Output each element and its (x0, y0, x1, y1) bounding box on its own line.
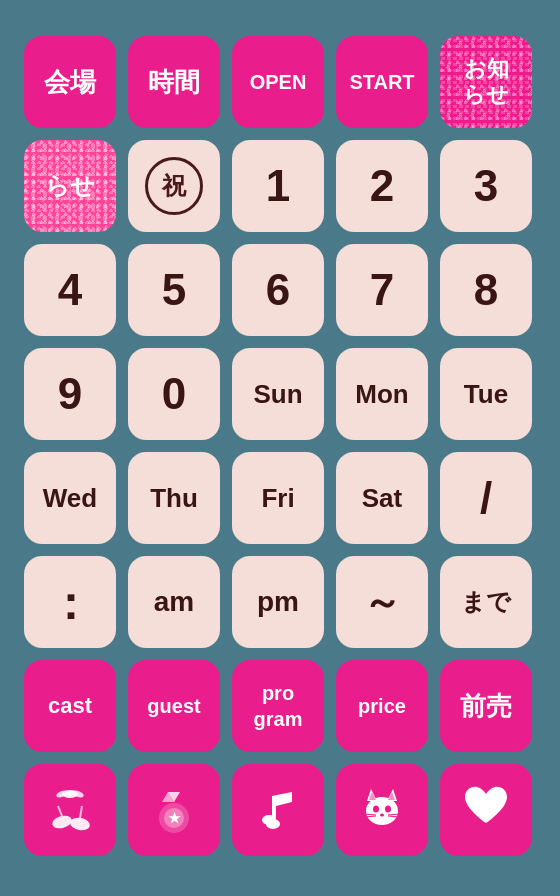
tile-tilde[interactable]: ～ (336, 556, 428, 648)
tile-num5-label: 5 (162, 265, 186, 315)
tile-wed-label: Wed (43, 483, 97, 514)
tile-ballet-icon[interactable] (24, 764, 116, 856)
tile-fri[interactable]: Fri (232, 452, 324, 544)
svg-point-4 (51, 814, 73, 831)
tile-oshirase[interactable]: お知らせ (440, 36, 532, 128)
tile-num9-label: 9 (58, 369, 82, 419)
tile-open[interactable]: OPEN (232, 36, 324, 128)
ballet-icon (44, 784, 96, 836)
svg-point-5 (69, 816, 91, 831)
tile-made-label: まで (461, 586, 511, 618)
tile-cat-icon[interactable] (336, 764, 428, 856)
medal-icon: ★ (148, 784, 200, 836)
tile-colon[interactable]: : (24, 556, 116, 648)
tile-slash[interactable]: / (440, 452, 532, 544)
svg-text:★: ★ (168, 810, 181, 826)
tile-num1[interactable]: 1 (232, 140, 324, 232)
tile-pm-label: pm (257, 586, 299, 618)
tile-tue-label: Tue (464, 379, 508, 410)
tile-medal-icon[interactable]: ★ (128, 764, 220, 856)
tile-num2-label: 2 (370, 161, 394, 211)
tile-colon-label: : (63, 575, 77, 630)
tile-num6[interactable]: 6 (232, 244, 324, 336)
tile-music-icon[interactable] (232, 764, 324, 856)
tile-shou[interactable]: 祝 (128, 140, 220, 232)
tile-thu-label: Thu (150, 483, 198, 514)
tile-num7[interactable]: 7 (336, 244, 428, 336)
svg-point-12 (266, 819, 280, 829)
svg-point-18 (373, 806, 379, 813)
tile-guest[interactable]: guest (128, 660, 220, 752)
svg-line-7 (80, 806, 82, 818)
tile-sat[interactable]: Sat (336, 452, 428, 544)
tile-jikan[interactable]: 時間 (128, 36, 220, 128)
tile-price[interactable]: price (336, 660, 428, 752)
tile-cast-label: cast (48, 693, 92, 719)
svg-point-20 (380, 814, 384, 817)
music-note-icon (256, 782, 300, 839)
tile-num9[interactable]: 9 (24, 348, 116, 440)
tile-start-label: START (349, 70, 414, 94)
tile-open-label: OPEN (250, 70, 307, 94)
tile-num2[interactable]: 2 (336, 140, 428, 232)
tile-wed[interactable]: Wed (24, 452, 116, 544)
tile-num7-label: 7 (370, 265, 394, 315)
emoji-grid: 会場 時間 OPEN START お知らせ らせ 祝 1 2 3 4 5 6 7 (8, 20, 552, 876)
tile-thu[interactable]: Thu (128, 452, 220, 544)
cat-icon (359, 783, 405, 837)
tile-rase-label: らせ (45, 170, 95, 202)
tile-program[interactable]: program (232, 660, 324, 752)
heart-icon (461, 783, 511, 838)
tile-heart-icon[interactable] (440, 764, 532, 856)
tile-maeure-label: 前売 (460, 689, 512, 724)
tile-kaijo-label: 会場 (44, 65, 96, 100)
tile-am-label: am (154, 586, 194, 618)
tile-made[interactable]: まで (440, 556, 532, 648)
tile-num8[interactable]: 8 (440, 244, 532, 336)
tile-sat-label: Sat (362, 483, 402, 514)
tile-jikan-label: 時間 (148, 65, 200, 100)
tile-tilde-label: ～ (363, 577, 401, 628)
tile-start[interactable]: START (336, 36, 428, 128)
tile-am[interactable]: am (128, 556, 220, 648)
tile-num6-label: 6 (266, 265, 290, 315)
tile-num4[interactable]: 4 (24, 244, 116, 336)
tile-kaijo[interactable]: 会場 (24, 36, 116, 128)
tile-num5[interactable]: 5 (128, 244, 220, 336)
tile-cast[interactable]: cast (24, 660, 116, 752)
tile-maeure[interactable]: 前売 (440, 660, 532, 752)
tile-mon[interactable]: Mon (336, 348, 428, 440)
tile-fri-label: Fri (261, 483, 294, 514)
svg-point-19 (385, 806, 391, 813)
svg-point-1 (68, 792, 73, 797)
tile-pm[interactable]: pm (232, 556, 324, 648)
tile-num1-label: 1 (266, 161, 290, 211)
tile-price-label: price (358, 694, 406, 718)
svg-line-6 (58, 806, 62, 816)
tile-oshirase-label: お知らせ (463, 56, 509, 109)
tile-num0-label: 0 (162, 369, 186, 419)
tile-shou-label: 祝 (162, 170, 186, 202)
tile-sun-label: Sun (253, 379, 302, 410)
tile-num0[interactable]: 0 (128, 348, 220, 440)
tile-tue[interactable]: Tue (440, 348, 532, 440)
tile-rase[interactable]: らせ (24, 140, 116, 232)
tile-shou-circle: 祝 (145, 157, 203, 215)
tile-mon-label: Mon (355, 379, 408, 410)
svg-point-13 (366, 797, 398, 825)
tile-sun[interactable]: Sun (232, 348, 324, 440)
tile-num3[interactable]: 3 (440, 140, 532, 232)
tile-num8-label: 8 (474, 265, 498, 315)
tile-program-label: program (254, 680, 303, 732)
tile-guest-label: guest (147, 694, 200, 718)
tile-slash-label: / (480, 473, 492, 523)
tile-num3-label: 3 (474, 161, 498, 211)
tile-num4-label: 4 (58, 265, 82, 315)
